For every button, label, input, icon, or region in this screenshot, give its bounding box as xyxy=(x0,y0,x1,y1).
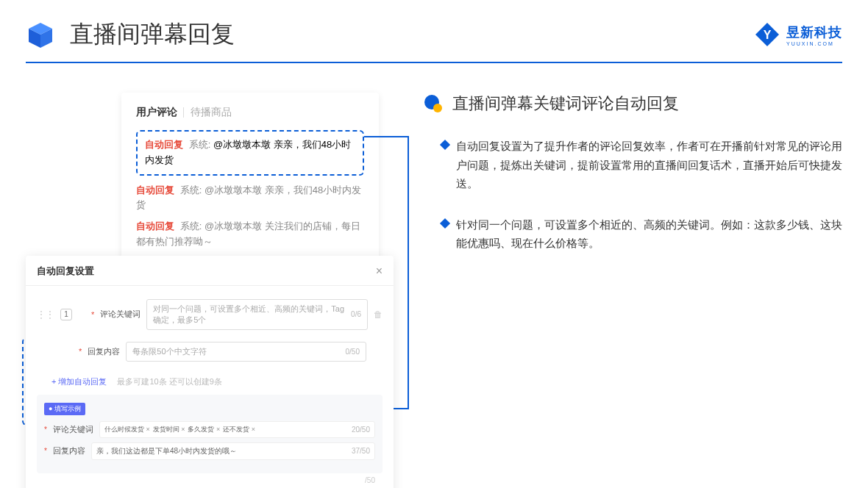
section-head: 直播间弹幕关键词评论自动回复 xyxy=(423,93,842,115)
logo-mark-icon: Y xyxy=(754,21,780,48)
keyword-placeholder: 对同一个问题，可设置多个相近、高频的关键词，Tag确定，最多5个 xyxy=(153,304,351,326)
keyword-label: 评论关键词 xyxy=(100,309,140,320)
bullet-item: 自动回复设置为了提升作者的评论回复效率，作者可在开播前针对常见的评论用户问题，提… xyxy=(423,137,842,193)
header-left: 直播间弹幕回复 xyxy=(26,18,235,51)
svg-point-6 xyxy=(433,104,442,112)
bottom-count: /50 xyxy=(26,473,394,484)
add-auto-reply-link[interactable]: + 增加自动回复 xyxy=(37,376,107,387)
logo-sub: YUUXIN.COM xyxy=(786,41,842,46)
left-column: 用户评论 待播商品 自动回复 系统: @冰墩墩本墩 亲亲，我们48小时内发货 自… xyxy=(26,93,394,488)
ex-tag: 发货时间 xyxy=(153,425,185,434)
required-star: * xyxy=(79,347,82,356)
settings-title: 自动回复设置 xyxy=(37,265,94,278)
trash-icon[interactable]: 🗑 xyxy=(374,309,383,320)
comments-card: 用户评论 待播商品 自动回复 系统: @冰墩墩本墩 亲亲，我们48小时内发货 自… xyxy=(121,93,379,278)
settings-header: 自动回复设置 × xyxy=(26,265,394,286)
page-title: 直播间弹幕回复 xyxy=(70,18,235,51)
keyword-count: 0/6 xyxy=(351,310,361,318)
page-header: 直播间弹幕回复 Y 昱新科技 YUUXIN.COM xyxy=(0,0,868,51)
diamond-bullet-icon xyxy=(440,218,450,228)
auto-reply-tag: 自动回复 xyxy=(136,184,174,195)
ex-tag: 还不发货 xyxy=(223,425,255,434)
bullet-text: 针对同一个问题，可设置多个相近的、高频的关键词。例如：这款多少钱、这块能优惠吗、… xyxy=(456,215,842,253)
content-area: 用户评论 待播商品 自动回复 系统: @冰墩墩本墩 亲亲，我们48小时内发货 自… xyxy=(0,63,868,488)
ex-keyword-count: 20/50 xyxy=(352,426,370,434)
highlighted-comment: 自动回复 系统: @冰墩墩本墩 亲亲，我们48小时内发货 xyxy=(136,130,364,176)
content-count: 0/50 xyxy=(346,348,360,356)
system-prefix: 系统: xyxy=(180,184,202,195)
chat-bubble-icon xyxy=(423,93,444,114)
required-star: * xyxy=(44,426,47,434)
keyword-input[interactable]: 对同一个问题，可设置多个相近、高频的关键词，Tag确定，最多5个 0/6 xyxy=(146,299,368,330)
system-prefix: 系统: xyxy=(180,220,202,232)
order-number: 1 xyxy=(60,309,72,320)
required-star: * xyxy=(44,447,47,455)
bullet-item: 针对同一个问题，可设置多个相近的、高频的关键词。例如：这款多少钱、这块能优惠吗、… xyxy=(423,215,842,253)
example-badge: ● 填写示例 xyxy=(44,403,85,415)
comment-line: 自动回复 系统: @冰墩墩本墩 关注我们的店铺，每日都有热门推荐呦～ xyxy=(136,219,364,250)
logo-name: 昱新科技 xyxy=(786,25,842,40)
tabs-row: 用户评论 待播商品 xyxy=(136,106,364,119)
settings-modal: 自动回复设置 × ⋮⋮ 1 * 评论关键词 对同一个问题，可设置多个相近、高频的… xyxy=(26,256,394,488)
content-label: 回复内容 xyxy=(88,346,120,357)
brand-logo: Y 昱新科技 YUUXIN.COM xyxy=(754,21,842,48)
required-star: * xyxy=(91,310,94,319)
auto-reply-tag: 自动回复 xyxy=(145,139,183,150)
right-column: 直播间弹幕关键词评论自动回复 自动回复设置为了提升作者的评论回复效率，作者可在开… xyxy=(423,93,842,488)
cube-icon xyxy=(26,20,55,49)
ex-content-value: 亲，我们这边都是下单48小时内发货的哦～ xyxy=(96,446,237,456)
ex-keyword-label: 评论关键词 xyxy=(53,424,93,435)
content-row: * 回复内容 每条限50个中文字符 0/50 xyxy=(26,336,394,367)
auto-reply-tag: 自动回复 xyxy=(136,220,174,232)
ex-content-label: 回复内容 xyxy=(53,445,85,456)
content-placeholder: 每条限50个中文字符 xyxy=(132,346,206,357)
tab-products[interactable]: 待播商品 xyxy=(191,106,232,119)
drag-icon[interactable]: ⋮⋮ xyxy=(37,309,54,320)
svg-text:Y: Y xyxy=(764,29,772,41)
add-sub-text: 最多可建10条 还可以创建9条 xyxy=(117,376,221,387)
ex-keyword-input: 什么时候发货 发货时间 多久发货 还不发货 20/50 xyxy=(99,421,375,438)
example-box: ● 填写示例 * 评论关键词 什么时候发货 发货时间 多久发货 还不发货 20/… xyxy=(37,395,383,473)
comment-line: 自动回复 系统: @冰墩墩本墩 亲亲，我们48小时内发货 xyxy=(145,137,355,168)
ex-content-count: 37/50 xyxy=(352,447,370,455)
comment-line: 自动回复 系统: @冰墩墩本墩 亲亲，我们48小时内发货 xyxy=(136,183,364,214)
add-row: + 增加自动回复 最多可建10条 还可以创建9条 xyxy=(26,375,394,389)
example-keyword-row: * 评论关键词 什么时候发货 发货时间 多久发货 还不发货 20/50 xyxy=(44,421,375,438)
ex-content-input: 亲，我们这边都是下单48小时内发货的哦～ 37/50 xyxy=(91,442,375,460)
example-content-row: * 回复内容 亲，我们这边都是下单48小时内发货的哦～ 37/50 xyxy=(44,442,375,460)
ex-tag: 多久发货 xyxy=(188,425,220,434)
ex-tag: 什么时候发货 xyxy=(104,425,150,434)
bullet-text: 自动回复设置为了提升作者的评论回复效率，作者可在开播前针对常见的评论用户问题，提… xyxy=(456,137,842,193)
keyword-row: ⋮⋮ 1 * 评论关键词 对同一个问题，可设置多个相近、高频的关键词，Tag确定… xyxy=(26,293,394,336)
diamond-bullet-icon xyxy=(440,140,450,150)
close-icon[interactable]: × xyxy=(376,265,383,278)
ex-tags-container: 什么时候发货 发货时间 多久发货 还不发货 xyxy=(104,425,255,434)
content-input[interactable]: 每条限50个中文字符 0/50 xyxy=(126,342,366,362)
system-prefix: 系统: xyxy=(189,139,211,150)
tab-comments[interactable]: 用户评论 xyxy=(136,106,177,119)
section-title: 直播间弹幕关键词评论自动回复 xyxy=(452,93,679,115)
